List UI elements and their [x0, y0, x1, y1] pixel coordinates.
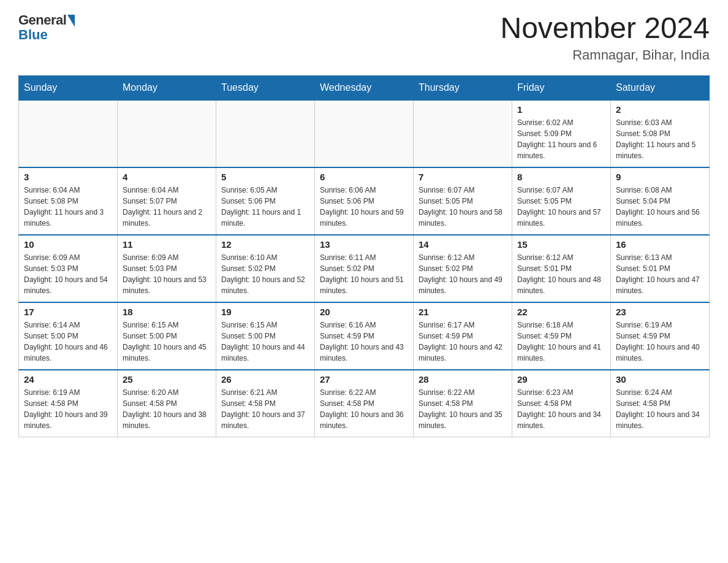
- calendar-cell: 12Sunrise: 6:10 AMSunset: 5:02 PMDayligh…: [216, 235, 315, 302]
- day-number: 7: [419, 172, 507, 182]
- column-header-tuesday: Tuesday: [216, 75, 315, 100]
- day-info: Sunrise: 6:17 AMSunset: 4:59 PMDaylight:…: [419, 320, 507, 364]
- day-info: Sunrise: 6:22 AMSunset: 4:58 PMDaylight:…: [419, 387, 507, 431]
- calendar-cell: 3Sunrise: 6:04 AMSunset: 5:08 PMDaylight…: [19, 167, 118, 235]
- day-info: Sunrise: 6:04 AMSunset: 5:08 PMDaylight:…: [24, 185, 112, 229]
- column-header-monday: Monday: [118, 75, 216, 100]
- calendar-cell: 28Sunrise: 6:22 AMSunset: 4:58 PMDayligh…: [414, 370, 512, 437]
- day-number: 9: [616, 172, 704, 182]
- day-info: Sunrise: 6:02 AMSunset: 5:09 PMDaylight:…: [517, 117, 605, 161]
- calendar-cell: 18Sunrise: 6:15 AMSunset: 5:00 PMDayligh…: [118, 302, 216, 370]
- logo-general-text: General: [18, 12, 66, 28]
- day-info: Sunrise: 6:11 AMSunset: 5:02 PMDaylight:…: [320, 252, 408, 296]
- calendar-table: SundayMondayTuesdayWednesdayThursdayFrid…: [18, 75, 710, 438]
- calendar-cell: 7Sunrise: 6:07 AMSunset: 5:05 PMDaylight…: [414, 167, 512, 235]
- calendar-cell: [315, 100, 414, 167]
- day-number: 6: [320, 172, 408, 182]
- day-number: 1: [517, 104, 605, 115]
- day-number: 12: [221, 239, 309, 250]
- calendar-cell: 1Sunrise: 6:02 AMSunset: 5:09 PMDaylight…: [512, 100, 611, 167]
- day-number: 19: [221, 307, 309, 317]
- day-info: Sunrise: 6:12 AMSunset: 5:02 PMDaylight:…: [419, 252, 507, 296]
- calendar-cell: 16Sunrise: 6:13 AMSunset: 5:01 PMDayligh…: [611, 235, 710, 302]
- calendar-cell: 2Sunrise: 6:03 AMSunset: 5:08 PMDaylight…: [611, 100, 710, 167]
- day-number: 11: [123, 239, 211, 250]
- calendar-cell: 11Sunrise: 6:09 AMSunset: 5:03 PMDayligh…: [118, 235, 216, 302]
- calendar-cell: 21Sunrise: 6:17 AMSunset: 4:59 PMDayligh…: [414, 302, 512, 370]
- day-number: 10: [24, 239, 112, 250]
- day-info: Sunrise: 6:07 AMSunset: 5:05 PMDaylight:…: [517, 185, 605, 229]
- column-header-wednesday: Wednesday: [315, 75, 414, 100]
- day-number: 17: [24, 307, 112, 317]
- calendar-cell: [19, 100, 118, 167]
- calendar-subtitle: Ramnagar, Bihar, India: [500, 47, 710, 63]
- day-number: 29: [517, 374, 605, 385]
- calendar-cell: 26Sunrise: 6:21 AMSunset: 4:58 PMDayligh…: [216, 370, 315, 437]
- column-header-thursday: Thursday: [414, 75, 512, 100]
- logo-blue-text: Blue: [18, 27, 48, 43]
- day-info: Sunrise: 6:15 AMSunset: 5:00 PMDaylight:…: [221, 320, 309, 364]
- day-info: Sunrise: 6:05 AMSunset: 5:06 PMDaylight:…: [221, 185, 309, 229]
- day-number: 18: [123, 307, 211, 317]
- calendar-cell: 22Sunrise: 6:18 AMSunset: 4:59 PMDayligh…: [512, 302, 611, 370]
- calendar-cell: 6Sunrise: 6:06 AMSunset: 5:06 PMDaylight…: [315, 167, 414, 235]
- calendar-cell: 8Sunrise: 6:07 AMSunset: 5:05 PMDaylight…: [512, 167, 611, 235]
- day-number: 25: [123, 374, 211, 385]
- day-number: 23: [616, 307, 704, 317]
- column-header-saturday: Saturday: [611, 75, 710, 100]
- day-number: 15: [517, 239, 605, 250]
- day-number: 4: [123, 172, 211, 182]
- day-number: 28: [419, 374, 507, 385]
- day-info: Sunrise: 6:04 AMSunset: 5:07 PMDaylight:…: [123, 185, 211, 229]
- calendar-week-row: 24Sunrise: 6:19 AMSunset: 4:58 PMDayligh…: [19, 370, 710, 437]
- page-header: General Blue November 2024 Ramnagar, Bih…: [18, 12, 710, 63]
- calendar-cell: 13Sunrise: 6:11 AMSunset: 5:02 PMDayligh…: [315, 235, 414, 302]
- day-info: Sunrise: 6:14 AMSunset: 5:00 PMDaylight:…: [24, 320, 112, 364]
- calendar-cell: 24Sunrise: 6:19 AMSunset: 4:58 PMDayligh…: [19, 370, 118, 437]
- day-info: Sunrise: 6:06 AMSunset: 5:06 PMDaylight:…: [320, 185, 408, 229]
- calendar-header-row: SundayMondayTuesdayWednesdayThursdayFrid…: [19, 75, 710, 100]
- day-info: Sunrise: 6:09 AMSunset: 5:03 PMDaylight:…: [123, 252, 211, 296]
- calendar-cell: [118, 100, 216, 167]
- day-number: 5: [221, 172, 309, 182]
- calendar-week-row: 3Sunrise: 6:04 AMSunset: 5:08 PMDaylight…: [19, 167, 710, 235]
- calendar-cell: [216, 100, 315, 167]
- day-info: Sunrise: 6:09 AMSunset: 5:03 PMDaylight:…: [24, 252, 112, 296]
- calendar-cell: 25Sunrise: 6:20 AMSunset: 4:58 PMDayligh…: [118, 370, 216, 437]
- day-info: Sunrise: 6:13 AMSunset: 5:01 PMDaylight:…: [616, 252, 704, 296]
- day-info: Sunrise: 6:18 AMSunset: 4:59 PMDaylight:…: [517, 320, 605, 364]
- day-number: 3: [24, 172, 112, 182]
- day-number: 16: [616, 239, 704, 250]
- title-area: November 2024 Ramnagar, Bihar, India: [500, 12, 710, 63]
- day-info: Sunrise: 6:16 AMSunset: 4:59 PMDaylight:…: [320, 320, 408, 364]
- calendar-cell: 17Sunrise: 6:14 AMSunset: 5:00 PMDayligh…: [19, 302, 118, 370]
- calendar-week-row: 17Sunrise: 6:14 AMSunset: 5:00 PMDayligh…: [19, 302, 710, 370]
- calendar-cell: 15Sunrise: 6:12 AMSunset: 5:01 PMDayligh…: [512, 235, 611, 302]
- day-number: 24: [24, 374, 112, 385]
- column-header-sunday: Sunday: [19, 75, 118, 100]
- calendar-cell: 23Sunrise: 6:19 AMSunset: 4:59 PMDayligh…: [611, 302, 710, 370]
- day-number: 20: [320, 307, 408, 317]
- calendar-cell: 4Sunrise: 6:04 AMSunset: 5:07 PMDaylight…: [118, 167, 216, 235]
- day-info: Sunrise: 6:12 AMSunset: 5:01 PMDaylight:…: [517, 252, 605, 296]
- calendar-cell: 9Sunrise: 6:08 AMSunset: 5:04 PMDaylight…: [611, 167, 710, 235]
- day-info: Sunrise: 6:19 AMSunset: 4:58 PMDaylight:…: [24, 387, 112, 431]
- day-info: Sunrise: 6:03 AMSunset: 5:08 PMDaylight:…: [616, 117, 704, 161]
- calendar-week-row: 10Sunrise: 6:09 AMSunset: 5:03 PMDayligh…: [19, 235, 710, 302]
- day-number: 26: [221, 374, 309, 385]
- calendar-title: November 2024: [500, 12, 710, 45]
- calendar-cell: [414, 100, 512, 167]
- calendar-cell: 20Sunrise: 6:16 AMSunset: 4:59 PMDayligh…: [315, 302, 414, 370]
- day-info: Sunrise: 6:22 AMSunset: 4:58 PMDaylight:…: [320, 387, 408, 431]
- day-number: 14: [419, 239, 507, 250]
- day-info: Sunrise: 6:07 AMSunset: 5:05 PMDaylight:…: [419, 185, 507, 229]
- day-info: Sunrise: 6:15 AMSunset: 5:00 PMDaylight:…: [123, 320, 211, 364]
- day-info: Sunrise: 6:23 AMSunset: 4:58 PMDaylight:…: [517, 387, 605, 431]
- calendar-cell: 19Sunrise: 6:15 AMSunset: 5:00 PMDayligh…: [216, 302, 315, 370]
- logo: General Blue: [18, 12, 75, 43]
- day-info: Sunrise: 6:21 AMSunset: 4:58 PMDaylight:…: [221, 387, 309, 431]
- calendar-cell: 30Sunrise: 6:24 AMSunset: 4:58 PMDayligh…: [611, 370, 710, 437]
- day-number: 21: [419, 307, 507, 317]
- day-number: 13: [320, 239, 408, 250]
- day-number: 2: [616, 104, 704, 115]
